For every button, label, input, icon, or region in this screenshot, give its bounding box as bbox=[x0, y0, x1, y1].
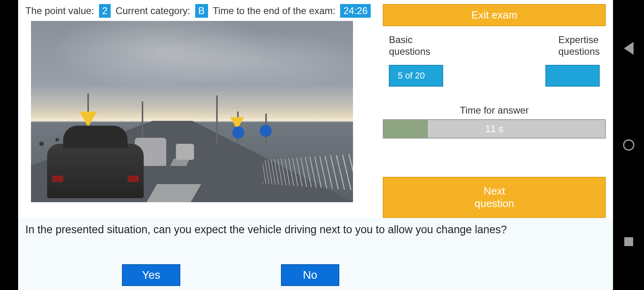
category-label: Current category: bbox=[116, 5, 190, 17]
points-badge: 2 bbox=[99, 4, 111, 18]
question-types-labels: Basic questions Expertise questions bbox=[383, 34, 606, 58]
top-section: The point value: 2 Current category: B T… bbox=[18, 0, 613, 218]
answer-row: Yes No bbox=[25, 264, 606, 286]
answer-yes-button[interactable]: Yes bbox=[122, 264, 180, 286]
question-section: In the presented situation, can you expe… bbox=[18, 218, 613, 290]
recent-apps-button[interactable] bbox=[622, 235, 636, 249]
question-media bbox=[31, 21, 353, 202]
android-nav-bar bbox=[613, 0, 644, 290]
answer-timer-bar: 11 s bbox=[383, 119, 606, 139]
question-text: In the presented situation, can you expe… bbox=[25, 224, 606, 236]
next-question-button[interactable]: Next question bbox=[383, 177, 606, 218]
back-icon bbox=[624, 42, 634, 55]
exam-time-badge: 24:26 bbox=[340, 4, 371, 18]
home-button[interactable] bbox=[622, 138, 636, 152]
question-types-boxes: 5 of 20 bbox=[383, 65, 606, 87]
right-column: Exit exam Basic questions Expertise ques… bbox=[383, 4, 606, 218]
answer-timer-value: 11 s bbox=[384, 120, 605, 138]
basic-progress-box: 5 of 20 bbox=[389, 65, 443, 87]
answer-no-button[interactable]: No bbox=[281, 264, 339, 286]
basic-questions-label: Basic questions bbox=[389, 34, 430, 58]
home-icon bbox=[623, 139, 634, 151]
category-badge: B bbox=[195, 4, 208, 18]
back-button[interactable] bbox=[622, 41, 636, 55]
left-column: The point value: 2 Current category: B T… bbox=[25, 4, 371, 218]
expertise-questions-label: Expertise questions bbox=[558, 34, 600, 58]
exit-exam-button[interactable]: Exit exam bbox=[383, 4, 606, 26]
info-bar: The point value: 2 Current category: B T… bbox=[25, 4, 371, 18]
exam-time-label: Time to the end of the exam: bbox=[213, 5, 336, 17]
exam-app: The point value: 2 Current category: B T… bbox=[18, 0, 613, 290]
answer-timer-label: Time for answer bbox=[383, 105, 606, 116]
points-label: The point value: bbox=[25, 5, 94, 17]
expertise-progress-box bbox=[545, 65, 600, 87]
recent-icon bbox=[624, 237, 633, 246]
